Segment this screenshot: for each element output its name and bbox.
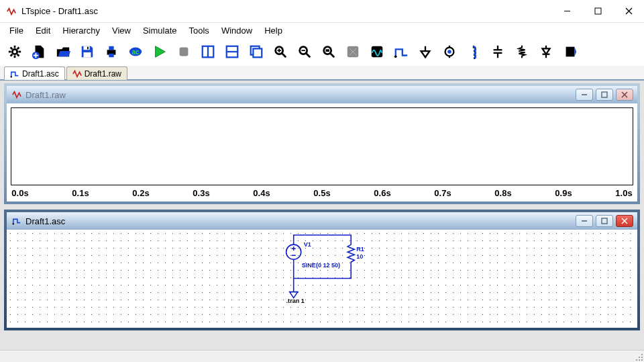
document-tabstrip: Draft1.asc Draft1.raw — [0, 66, 644, 81]
menu-hierarchy[interactable]: Hierarchy — [57, 24, 105, 37]
svg-point-44 — [394, 56, 397, 58]
waveform-plot-area[interactable]: 0.0s 0.1s 0.2s 0.3s 0.4s 0.5s 0.6s 0.7s … — [7, 103, 637, 201]
x-tick: 0.2s — [127, 188, 154, 199]
x-tick: 0.0s — [7, 188, 34, 199]
run-button[interactable] — [150, 42, 169, 62]
window-close-button[interactable] — [613, 1, 644, 21]
save-button[interactable] — [78, 42, 97, 62]
svg-line-33 — [282, 54, 286, 58]
svg-rect-63 — [602, 92, 607, 97]
statusbar — [0, 350, 644, 362]
svg-rect-17 — [87, 47, 89, 50]
svg-line-12 — [11, 54, 13, 56]
svg-marker-60 — [574, 47, 576, 57]
schematic-maximize-button[interactable] — [596, 215, 613, 227]
menu-simulate[interactable]: Simulate — [138, 24, 182, 37]
menu-window[interactable]: Window — [216, 24, 258, 37]
x-tick: 0.7s — [429, 188, 456, 199]
component-button[interactable] — [561, 42, 580, 62]
menu-file[interactable]: File — [4, 24, 29, 37]
settings-button[interactable] — [5, 42, 24, 62]
ground-button[interactable] — [416, 42, 435, 62]
diode-button[interactable] — [537, 42, 555, 62]
v1-label: V1 — [304, 241, 311, 248]
tab-draft1-asc[interactable]: Draft1.asc — [4, 66, 65, 80]
r1-value: 10 — [356, 253, 363, 260]
menu-view[interactable]: View — [107, 24, 136, 37]
net-name-button[interactable] — [368, 42, 386, 62]
window-maximize-button[interactable] — [582, 1, 613, 21]
zoom-out-button[interactable] — [295, 42, 314, 62]
stop-button[interactable] — [174, 42, 193, 62]
x-axis-ticks: 0.0s 0.1s 0.2s 0.3s 0.4s 0.5s 0.6s 0.7s … — [7, 188, 637, 199]
x-tick: 0.4s — [248, 188, 275, 199]
resistor-button[interactable] — [513, 42, 531, 62]
svg-rect-20 — [109, 46, 113, 50]
window-titlebar: LTspice - Draft1.asc — [0, 0, 644, 23]
svg-rect-21 — [109, 54, 113, 58]
autorange-button[interactable] — [343, 42, 362, 62]
svg-line-11 — [17, 48, 19, 50]
waveform-window: Draft1.raw 0.0s 0.1s 0.2s 0.3s 0.4s 0.5s… — [4, 83, 640, 204]
waveform-close-button[interactable] — [616, 89, 633, 101]
menu-edit[interactable]: Edit — [30, 24, 56, 37]
schematic-canvas[interactable]: V1 SINE(0 12 50) R1 10 .tran 1 — [7, 230, 637, 328]
x-tick: 0.8s — [490, 188, 517, 199]
svg-rect-41 — [325, 49, 329, 52]
svg-marker-24 — [156, 46, 166, 58]
x-tick: 0.6s — [369, 188, 396, 199]
waveform-minimize-button[interactable] — [576, 89, 593, 101]
svg-rect-16 — [84, 46, 90, 50]
schematic-drawing: V1 SINE(0 12 50) R1 10 .tran 1 — [7, 230, 637, 328]
svg-point-61 — [11, 76, 12, 77]
waveform-title: Draft1.raw — [12, 90, 573, 100]
resize-grip[interactable] — [633, 351, 643, 361]
tile-horizontal-button[interactable] — [223, 42, 241, 62]
window-title: LTspice - Draft1.asc — [21, 6, 551, 16]
svg-marker-59 — [566, 47, 575, 57]
schematic-titlebar[interactable]: Draft1.asc — [7, 212, 637, 230]
waveform-maximize-button[interactable] — [596, 89, 613, 101]
svg-rect-25 — [180, 48, 189, 56]
waveform-icon — [12, 90, 21, 99]
x-tick: 0.3s — [188, 188, 215, 199]
svg-line-10 — [17, 54, 19, 56]
spice-directive: .tran 1 — [286, 298, 305, 304]
svg-line-37 — [307, 54, 311, 58]
op-point-button[interactable]: ac — [126, 42, 145, 62]
capacitor-button[interactable] — [488, 42, 507, 62]
svg-rect-18 — [84, 52, 91, 57]
voltage-source-button[interactable] — [440, 42, 459, 62]
inductor-button[interactable] — [464, 42, 483, 62]
print-button[interactable] — [102, 42, 121, 62]
schematic-close-button[interactable] — [616, 215, 633, 227]
svg-point-4 — [12, 49, 17, 54]
open-button[interactable] — [54, 42, 72, 62]
cascade-button[interactable] — [247, 42, 266, 62]
new-schematic-button[interactable] — [30, 42, 48, 62]
tile-vertical-button[interactable] — [199, 42, 217, 62]
schematic-icon — [12, 216, 21, 226]
waveform-titlebar[interactable]: Draft1.raw — [7, 86, 637, 103]
svg-line-40 — [331, 54, 335, 58]
zoom-fit-button[interactable] — [319, 42, 338, 62]
svg-line-9 — [11, 48, 13, 50]
x-tick: 0.9s — [550, 188, 577, 199]
menubar: File Edit Hierarchy View Simulate Tools … — [0, 23, 644, 38]
svg-point-48 — [447, 50, 451, 54]
svg-rect-68 — [602, 218, 607, 224]
wire-button[interactable] — [392, 42, 411, 62]
window-minimize-button[interactable] — [551, 1, 582, 21]
plot-rect — [11, 107, 633, 185]
app-icon — [5, 5, 17, 17]
toolbar: ac — [0, 38, 644, 66]
zoom-in-button[interactable] — [271, 42, 290, 62]
menu-help[interactable]: Help — [259, 24, 288, 37]
schematic-tab-icon — [10, 69, 19, 79]
menu-tools[interactable]: Tools — [184, 24, 215, 37]
svg-rect-31 — [253, 48, 262, 57]
tab-draft1-raw[interactable]: Draft1.raw — [66, 66, 127, 80]
schematic-minimize-button[interactable] — [576, 215, 593, 227]
svg-marker-56 — [543, 48, 550, 54]
v1-value: SINE(0 12 50) — [302, 262, 340, 269]
